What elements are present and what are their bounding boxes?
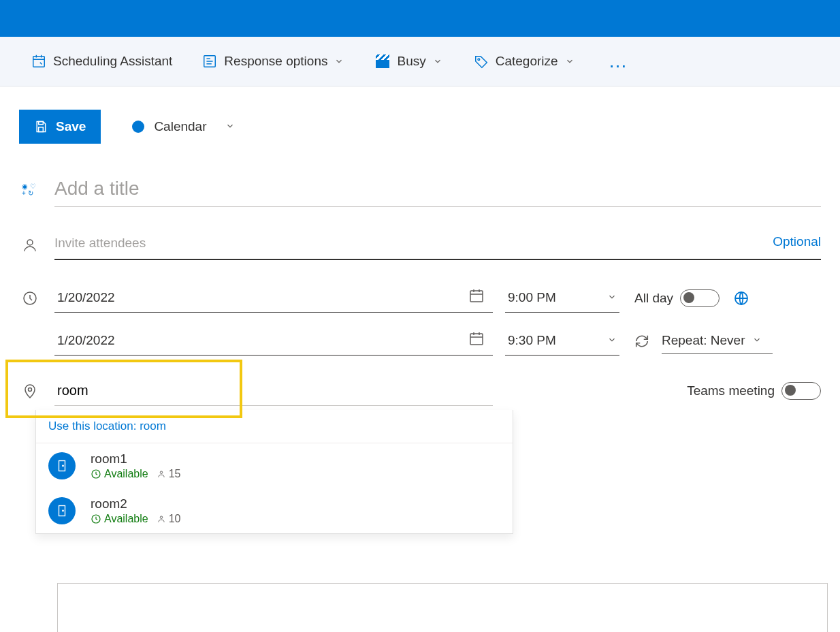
room-availability: Available bbox=[91, 513, 148, 525]
teams-meeting-label: Teams meeting bbox=[687, 383, 775, 398]
categorize-button[interactable]: Categorize bbox=[474, 54, 576, 69]
scheduling-assistant-icon bbox=[31, 54, 46, 69]
start-time-value: 9:00 PM bbox=[508, 290, 556, 305]
calendar-color-dot bbox=[132, 121, 144, 133]
chevron-down-icon bbox=[225, 119, 235, 134]
svg-rect-9 bbox=[470, 334, 483, 345]
start-date-input[interactable] bbox=[54, 283, 493, 313]
room-name: room1 bbox=[91, 452, 180, 467]
title-input[interactable] bbox=[54, 172, 821, 207]
start-time-select[interactable]: 9:00 PM bbox=[505, 283, 619, 313]
chevron-down-icon bbox=[564, 55, 576, 67]
end-time-value: 9:30 PM bbox=[508, 333, 556, 348]
repeat-select[interactable]: Repeat: Never bbox=[662, 328, 773, 354]
busy-status-button[interactable]: Busy bbox=[375, 54, 443, 69]
command-toolbar: Scheduling Assistant Response options Bu… bbox=[0, 37, 840, 86]
room-availability: Available bbox=[91, 468, 148, 480]
all-day-toggle[interactable] bbox=[680, 289, 720, 307]
tag-icon bbox=[474, 54, 489, 69]
room-capacity: 10 bbox=[157, 513, 181, 525]
emoji-icon[interactable]: ◉ ♡+ ↻ bbox=[22, 183, 54, 197]
scheduling-assistant-button[interactable]: Scheduling Assistant bbox=[31, 54, 172, 69]
response-options-button[interactable]: Response options bbox=[202, 54, 345, 69]
end-date-input[interactable] bbox=[54, 326, 493, 356]
calendar-selector[interactable]: Calendar bbox=[132, 119, 235, 134]
svg-rect-4 bbox=[39, 127, 44, 132]
clock-icon bbox=[22, 290, 54, 306]
timezone-icon[interactable] bbox=[733, 290, 749, 306]
room-icon bbox=[48, 452, 76, 479]
person-icon bbox=[22, 237, 54, 253]
chevron-down-icon bbox=[607, 290, 617, 305]
chevron-down-icon bbox=[333, 55, 345, 67]
calendar-picker-icon[interactable] bbox=[468, 330, 485, 349]
categorize-label: Categorize bbox=[496, 54, 558, 69]
end-time-select[interactable]: 9:30 PM bbox=[505, 326, 619, 356]
all-day-label: All day bbox=[634, 291, 673, 306]
app-header-bar bbox=[0, 0, 840, 37]
all-day-toggle-group: All day bbox=[634, 289, 720, 307]
optional-attendees-link[interactable]: Optional bbox=[773, 234, 821, 249]
calendar-picker-icon[interactable] bbox=[468, 287, 485, 306]
busy-label: Busy bbox=[397, 54, 425, 69]
svg-point-18 bbox=[160, 516, 163, 519]
response-options-label: Response options bbox=[224, 54, 327, 69]
svg-point-14 bbox=[160, 471, 163, 474]
svg-rect-7 bbox=[470, 291, 483, 302]
use-location-prefix: Use this location: bbox=[48, 420, 140, 432]
room-icon bbox=[48, 497, 76, 524]
save-label: Save bbox=[56, 119, 86, 134]
svg-rect-3 bbox=[39, 122, 44, 125]
recurrence-icon bbox=[634, 334, 649, 349]
teams-meeting-toggle[interactable] bbox=[781, 382, 821, 400]
svg-rect-0 bbox=[33, 57, 45, 67]
chevron-down-icon bbox=[607, 333, 617, 348]
svg-point-19 bbox=[25, 484, 35, 495]
save-icon bbox=[34, 120, 48, 133]
room-capacity: 15 bbox=[157, 468, 181, 480]
tutorial-highlight-box bbox=[5, 360, 242, 418]
chevron-down-icon bbox=[752, 333, 773, 348]
scheduling-assistant-label: Scheduling Assistant bbox=[53, 54, 172, 69]
attendees-input[interactable] bbox=[54, 230, 821, 260]
svg-point-16 bbox=[63, 510, 64, 511]
chevron-down-icon bbox=[432, 55, 444, 67]
busy-icon bbox=[375, 54, 390, 69]
location-suggestions-dropdown: Use this location: room room1 Available … bbox=[35, 410, 513, 534]
calendar-selector-label: Calendar bbox=[154, 119, 206, 134]
svg-point-12 bbox=[63, 465, 64, 467]
use-location-value: room bbox=[140, 420, 166, 432]
repeat-prefix: Repeat: bbox=[662, 333, 707, 348]
room-name: room2 bbox=[91, 496, 180, 511]
svg-point-5 bbox=[27, 240, 33, 245]
save-button[interactable]: Save bbox=[19, 110, 101, 144]
svg-rect-15 bbox=[59, 506, 65, 516]
svg-rect-11 bbox=[59, 461, 65, 471]
svg-point-2 bbox=[478, 59, 480, 61]
room-suggestion-item[interactable]: room2 Available 10 bbox=[36, 488, 513, 533]
room-suggestion-item[interactable]: room1 Available 15 bbox=[36, 443, 513, 488]
repeat-value: Never bbox=[711, 333, 745, 348]
response-options-icon bbox=[202, 54, 217, 69]
more-options-button[interactable]: … bbox=[609, 61, 630, 63]
